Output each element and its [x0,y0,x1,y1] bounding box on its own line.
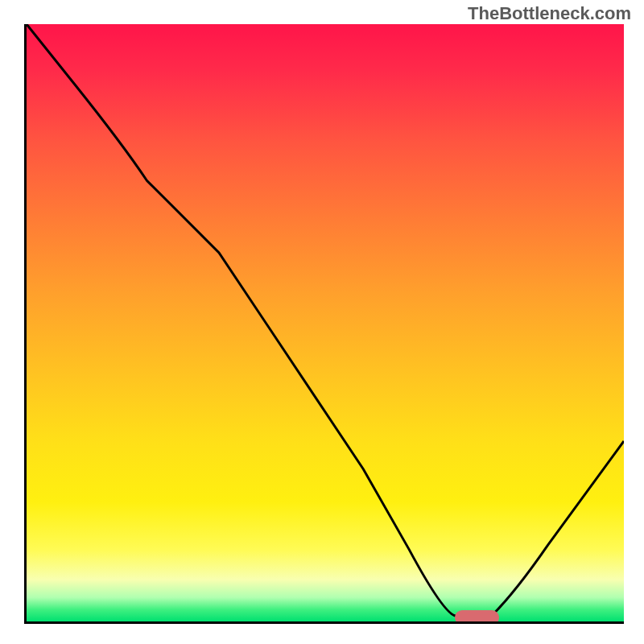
watermark-text: TheBottleneck.com [468,3,631,24]
bottleneck-curve-line [27,24,624,616]
optimal-marker-icon [455,610,499,624]
plot-area [24,24,624,624]
curve-layer [27,24,624,621]
